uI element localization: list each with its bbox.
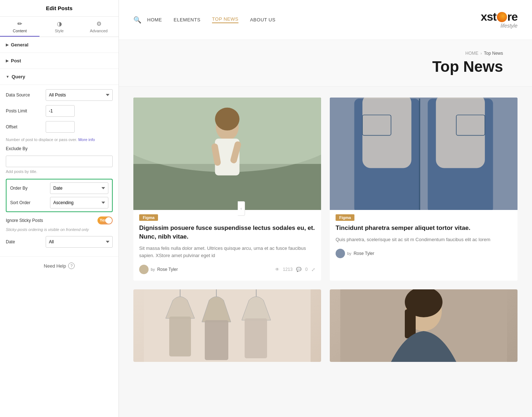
- exclude-by-row: Exclude By: [6, 146, 113, 151]
- share-icon[interactable]: ⤢: [311, 267, 315, 272]
- nav-elements[interactable]: ELEMENTS: [174, 17, 200, 22]
- post-card-body-2: Figma Tincidunt pharetra semper aliquet …: [330, 210, 518, 265]
- tab-advanced[interactable]: ⚙ Advanced: [79, 17, 119, 37]
- more-info-link[interactable]: More info: [78, 137, 95, 142]
- view-count-1: 1213: [283, 267, 293, 272]
- exclude-by-input[interactable]: [6, 156, 113, 167]
- date-row: Date All Today This Week This Month: [6, 236, 113, 248]
- post-card-1: Figma Dignissim posuere fusce suspendiss…: [133, 98, 321, 281]
- logo-o-icon: [497, 12, 507, 22]
- posts-grid: Figma Dignissim posuere fusce suspendiss…: [133, 98, 518, 362]
- post-excerpt-1: Sit massa felis nulla dolor amet. Ultric…: [139, 245, 315, 260]
- author-name-2: Rose Tyler: [354, 251, 374, 256]
- post-card-3: [133, 289, 321, 362]
- help-icon: ?: [68, 263, 75, 269]
- chevron-right-icon: ▶: [6, 43, 9, 47]
- site-nav: 🔍 HOME ELEMENTS TOP NEWS ABOUT US xstre …: [119, 0, 532, 40]
- add-posts-hint: Add posts by title.: [6, 169, 113, 174]
- svg-point-5: [215, 108, 240, 131]
- order-by-row: Order By Date Title ID Modified Random: [10, 182, 108, 194]
- order-section: Order By Date Title ID Modified Random S…: [6, 179, 113, 212]
- date-select[interactable]: All Today This Week This Month: [46, 236, 113, 248]
- svg-rect-29: [405, 309, 416, 338]
- ignore-sticky-toggle[interactable]: Yes: [97, 216, 113, 224]
- page-hero: HOME › Top News Top News: [119, 40, 532, 87]
- section-query[interactable]: ▼ Query: [0, 69, 119, 85]
- post-card-body-1: Figma Dignissim posuere fusce suspendiss…: [133, 210, 321, 281]
- chevron-down-icon-query: ▼: [6, 75, 9, 79]
- data-source-label: Data Source: [6, 92, 46, 98]
- post-tag-2[interactable]: Figma: [336, 214, 354, 221]
- toggle-yes-label: Yes: [100, 218, 107, 222]
- order-by-select[interactable]: Date Title ID Modified Random: [50, 182, 108, 194]
- breadcrumb-chevron-icon: ›: [481, 51, 482, 55]
- post-meta-2: by Rose Tyler: [336, 249, 512, 263]
- post-image-3: [133, 289, 321, 362]
- ignore-sticky-label: Ignore Sticky Posts: [6, 218, 97, 223]
- section-post[interactable]: ▶ Post: [0, 53, 119, 69]
- logo-subtitle: lifestyle: [481, 23, 518, 29]
- post-stats-1: 👁 1213 💬 0 ⤢: [275, 267, 315, 272]
- order-by-label: Order By: [10, 186, 50, 191]
- logo-text: xstre: [481, 11, 518, 23]
- author-name-1: Rose Tyler: [157, 267, 178, 272]
- site-logo: xstre lifestyle: [481, 11, 518, 29]
- page-title: Top News: [148, 58, 503, 75]
- post-image-4: [330, 289, 518, 362]
- left-panel: Edit Posts ✏ Content ◑ Style ⚙ Advanced …: [0, 0, 119, 417]
- svg-rect-13: [362, 98, 411, 168]
- date-label: Date: [6, 239, 46, 244]
- nav-top-news[interactable]: TOP NEWS: [212, 16, 238, 23]
- tab-content[interactable]: ✏ Content: [0, 17, 40, 37]
- post-card-4: [330, 289, 518, 362]
- post-title-2: Tincidunt pharetra semper aliquet tortor…: [336, 224, 512, 232]
- comment-icon: 💬: [296, 267, 302, 272]
- post-meta-1: by Rose Tyler 👁 1213 💬 0 ⤢: [139, 265, 315, 279]
- tab-style[interactable]: ◑ Style: [40, 17, 79, 37]
- query-fields: Data Source All Posts Custom Query Posts…: [0, 85, 119, 257]
- svg-rect-14: [436, 98, 485, 168]
- offset-hint: Number of post to displace or pass over.…: [6, 137, 113, 143]
- data-source-select[interactable]: All Posts Custom Query: [46, 89, 113, 101]
- posts-limit-label: Posts Limit: [6, 108, 46, 113]
- data-source-row: Data Source All Posts Custom Query: [6, 89, 113, 101]
- need-help-button[interactable]: Need Help ?: [0, 257, 119, 275]
- eye-icon: 👁: [275, 267, 279, 272]
- nav-about-us[interactable]: ABOUT US: [250, 17, 275, 22]
- sort-order-label: Sort Order: [10, 200, 50, 205]
- sort-order-select[interactable]: Ascending Descending: [50, 197, 108, 208]
- style-icon: ◑: [57, 20, 62, 27]
- author-avatar-1: [139, 265, 149, 274]
- post-excerpt-2: Quis pharetra, scelerisque sit ac sit m …: [336, 236, 512, 244]
- sticky-note: Sticky-posts ordering is visible on fron…: [6, 227, 113, 232]
- post-image-2: [330, 98, 518, 210]
- search-icon[interactable]: 🔍: [133, 16, 141, 24]
- posts-limit-input[interactable]: [46, 105, 75, 117]
- post-card-2: Figma Tincidunt pharetra semper aliquet …: [330, 98, 518, 281]
- breadcrumb: HOME › Top News: [148, 51, 503, 56]
- post-image-1: [133, 98, 321, 210]
- post-author-2: by Rose Tyler: [336, 249, 374, 258]
- tabs-row: ✏ Content ◑ Style ⚙ Advanced: [0, 17, 119, 37]
- sort-order-row: Sort Order Ascending Descending: [10, 197, 108, 208]
- offset-label: Offset: [6, 124, 46, 129]
- author-avatar-2: [336, 249, 345, 258]
- content-icon: ✏: [17, 20, 22, 27]
- post-author-1: by Rose Tyler: [139, 265, 178, 274]
- post-tag-1[interactable]: Figma: [139, 214, 158, 221]
- collapse-panel-button[interactable]: ‹: [238, 201, 245, 216]
- exclude-by-label: Exclude By: [6, 146, 46, 151]
- posts-area: Figma Dignissim posuere fusce suspendiss…: [119, 87, 532, 417]
- offset-row: Offset: [6, 121, 113, 133]
- offset-input[interactable]: [46, 121, 75, 133]
- advanced-icon: ⚙: [96, 20, 101, 27]
- nav-links: HOME ELEMENTS TOP NEWS ABOUT US: [147, 16, 481, 23]
- nav-home[interactable]: HOME: [147, 17, 162, 22]
- comment-count-1: 0: [305, 267, 308, 272]
- chevron-right-icon-post: ▶: [6, 59, 9, 63]
- ignore-sticky-row: Ignore Sticky Posts Yes: [6, 216, 113, 224]
- post-title-1: Dignissim posuere fusce suspendisse lect…: [139, 224, 315, 241]
- svg-rect-24: [245, 318, 267, 358]
- section-general[interactable]: ▶ General: [0, 37, 119, 53]
- svg-rect-23: [205, 320, 228, 360]
